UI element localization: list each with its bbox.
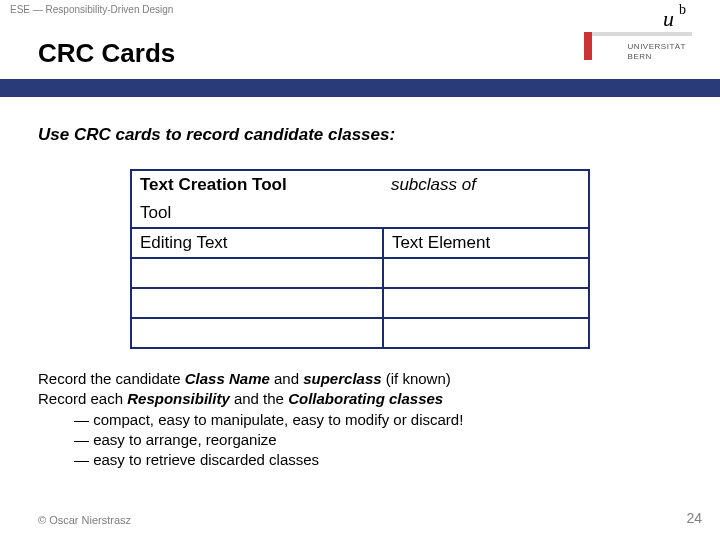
note-bullet: — compact, easy to manipulate, easy to m… (38, 410, 682, 430)
footer-copyright: © Oscar Nierstrasz (38, 514, 131, 526)
notes-block: Record the candidate Class Name and supe… (38, 369, 682, 470)
logo-line2: BERN (628, 52, 652, 61)
logo-red-accent (584, 32, 592, 60)
crc-empty-cell (131, 288, 383, 318)
crc-empty-cell (383, 258, 589, 288)
crc-empty-cell (383, 318, 589, 348)
note-bullet: — easy to retrieve discarded classes (38, 450, 682, 470)
crc-empty-cell (131, 318, 383, 348)
crc-empty-cell (131, 258, 383, 288)
intro-text: Use CRC cards to record candidate classe… (38, 125, 682, 145)
page-number: 24 (686, 510, 702, 526)
logo-text: UNIVERSITÄT BERN (628, 42, 686, 61)
logo-bar (592, 32, 692, 36)
logo-line1: UNIVERSITÄT (628, 42, 686, 51)
crc-card: Text Creation Tool subclass of Tool Edit… (130, 169, 590, 349)
note-bullet: — easy to arrange, reorganize (38, 430, 682, 450)
crc-empty-cell (383, 288, 589, 318)
logo-letter-b: b (679, 2, 686, 18)
logo-letter-u: u (663, 6, 674, 32)
crc-collaborator: Text Element (392, 233, 490, 252)
crc-subclass-label: subclass of (391, 175, 476, 194)
crc-superclass: Tool (140, 203, 171, 222)
breadcrumb: ESE — Responsibility-Driven Design (10, 4, 173, 15)
crc-responsibility: Editing Text (140, 233, 228, 252)
note-line: Record the candidate Class Name and supe… (38, 369, 682, 389)
crc-class-name: Text Creation Tool (140, 175, 287, 194)
note-line: Record each Responsibility and the Colla… (38, 389, 682, 409)
university-logo: u b UNIVERSITÄT BERN (592, 0, 692, 95)
